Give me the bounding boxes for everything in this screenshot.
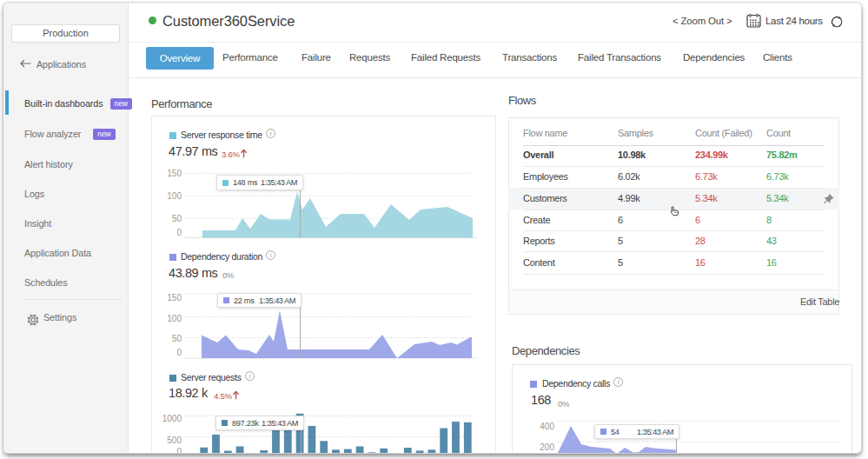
svg-text:500: 500	[167, 436, 182, 445]
svg-text:100: 100	[167, 314, 182, 323]
svg-text:0: 0	[176, 348, 182, 357]
svg-text:50: 50	[172, 214, 182, 223]
svg-text:0: 0	[176, 447, 182, 454]
svg-text:0: 0	[176, 228, 182, 237]
svg-text:150: 150	[167, 169, 182, 178]
svg-text:50: 50	[172, 334, 182, 343]
svg-text:100: 100	[167, 191, 182, 201]
svg-text:200: 200	[540, 442, 554, 452]
svg-text:1000: 1000	[162, 414, 182, 423]
svg-text:400: 400	[540, 422, 554, 431]
svg-text:150: 150	[167, 293, 182, 303]
